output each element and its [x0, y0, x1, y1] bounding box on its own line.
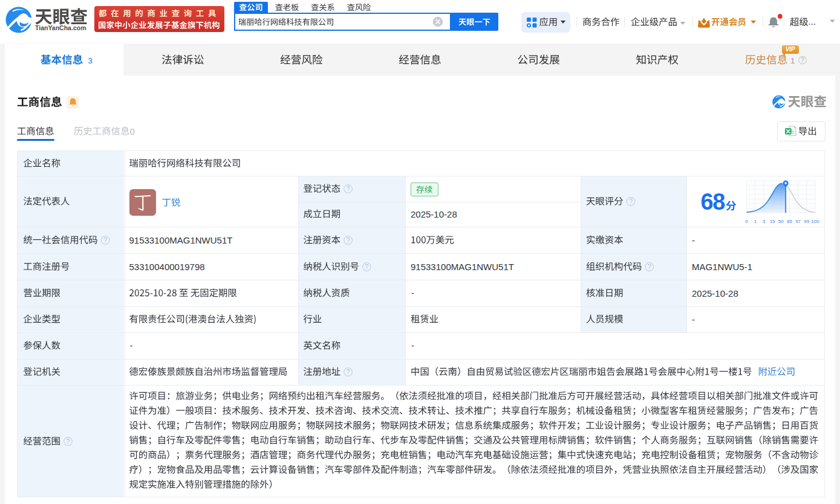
- svg-text:TianYanCha.com: TianYanCha.com: [35, 24, 86, 32]
- svg-text:0: 0: [130, 126, 135, 137]
- svg-text:...: ...: [809, 16, 816, 27]
